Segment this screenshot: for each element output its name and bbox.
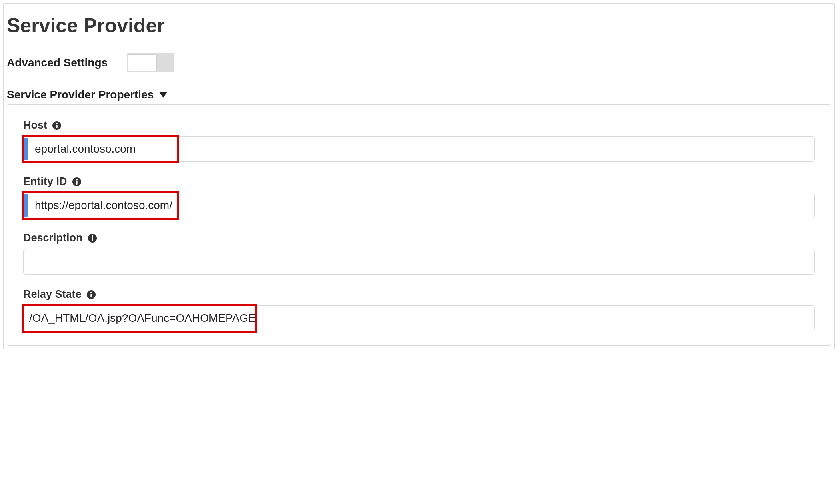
caret-down-icon xyxy=(159,92,167,98)
field-relay-state: Relay State xyxy=(23,288,815,331)
advanced-settings-label: Advanced Settings xyxy=(7,56,108,69)
svg-rect-12 xyxy=(90,294,92,297)
field-label-row: Entity ID xyxy=(23,175,815,188)
svg-point-8 xyxy=(92,235,93,237)
field-host: Host xyxy=(23,119,815,162)
entity-id-input[interactable] xyxy=(23,193,815,218)
info-icon[interactable] xyxy=(52,121,62,130)
svg-rect-3 xyxy=(56,125,57,128)
advanced-settings-toggle[interactable] xyxy=(127,53,174,72)
field-label-row: Relay State xyxy=(23,288,815,301)
focus-bar xyxy=(24,194,28,217)
relay-state-label: Relay State xyxy=(23,288,82,301)
description-label: Description xyxy=(23,232,83,244)
relay-state-input-wrap xyxy=(23,305,815,331)
entity-id-label: Entity ID xyxy=(23,175,67,188)
focus-bar xyxy=(24,138,28,160)
host-input[interactable] xyxy=(23,136,815,162)
host-input-wrap xyxy=(23,136,815,162)
section-title: Service Provider Properties xyxy=(7,88,154,101)
section-header[interactable]: Service Provider Properties xyxy=(4,88,834,104)
field-description: Description xyxy=(23,232,815,275)
host-label: Host xyxy=(23,119,47,131)
description-input-wrap xyxy=(23,249,815,275)
field-entity-id: Entity ID xyxy=(23,175,815,218)
page-title: Service Provider xyxy=(4,11,834,37)
svg-rect-6 xyxy=(76,181,77,185)
svg-marker-0 xyxy=(159,92,167,98)
relay-state-input[interactable] xyxy=(23,305,815,331)
description-input[interactable] xyxy=(23,249,815,275)
page-container: Service Provider Advanced Settings Servi… xyxy=(3,3,835,349)
entity-id-input-wrap xyxy=(23,193,815,218)
info-icon[interactable] xyxy=(86,290,96,299)
svg-rect-9 xyxy=(92,237,93,241)
field-label-row: Description xyxy=(23,232,815,244)
properties-panel: Host Entity ID xyxy=(7,104,831,346)
info-icon[interactable] xyxy=(88,233,97,243)
toggle-knob xyxy=(128,54,157,71)
field-label-row: Host xyxy=(23,119,815,131)
svg-point-2 xyxy=(56,122,58,124)
svg-point-11 xyxy=(90,291,92,293)
advanced-settings-row: Advanced Settings xyxy=(4,53,834,88)
info-icon[interactable] xyxy=(72,177,82,187)
svg-point-5 xyxy=(76,179,78,180)
